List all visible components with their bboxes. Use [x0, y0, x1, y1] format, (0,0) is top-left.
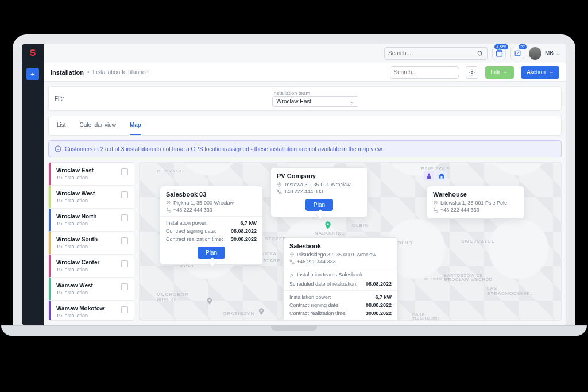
svg-point-5	[428, 174, 430, 175]
pin-icon	[289, 252, 295, 258]
list-item[interactable]: Warsaw Mokotow19 installation	[49, 301, 134, 321]
card-title: Salesbook 03	[166, 191, 257, 198]
avatar[interactable]	[529, 47, 541, 60]
list-icon	[548, 70, 554, 75]
filter-icon	[502, 70, 508, 75]
phone-icon	[433, 207, 438, 213]
phone-icon	[277, 189, 282, 194]
warehouse-markers	[424, 171, 447, 181]
checkbox[interactable]	[121, 214, 128, 221]
list-item[interactable]: Wroclaw West19 installation	[49, 186, 134, 209]
global-search[interactable]	[384, 47, 488, 60]
region-list[interactable]: Wroclaw East19 installationWroclaw West1…	[48, 162, 134, 321]
svg-point-0	[478, 51, 482, 55]
cart-badge: 4,555	[494, 44, 508, 49]
gear-icon	[469, 69, 475, 76]
card-title: PV Company	[277, 172, 362, 179]
card-warehouse: Warehouse Litewska 1, 35-001 Psie Pole +…	[427, 186, 524, 219]
filter-label: Filtr	[55, 95, 64, 102]
map[interactable]: PILCZYCE NADODRZE OŁBIN SZCZEPIN MUCHOBÓ…	[139, 162, 562, 321]
info-alert: Customers in 2 out of 3 installation do …	[48, 140, 562, 157]
card-salesbook03: Salesbook 03 Piękna 1, 35-000 Wroclaw +4…	[160, 186, 263, 265]
card-title: Salesbook	[289, 243, 392, 249]
filter-bar: Filtr Installation team Wroclaw East ⌄	[48, 86, 562, 111]
svg-point-14	[292, 253, 293, 255]
chevron-down-icon: ⌄	[350, 98, 354, 105]
user-initials: MB	[545, 50, 554, 56]
svg-point-11	[168, 202, 169, 203]
wrench-icon	[289, 272, 295, 278]
phone-icon	[289, 259, 295, 264]
map-pin-icon	[257, 306, 265, 318]
pin-icon	[277, 182, 282, 187]
checkbox[interactable]	[121, 237, 128, 244]
svg-point-8	[327, 223, 328, 225]
settings-button[interactable]	[466, 66, 478, 79]
page-search[interactable]	[390, 66, 459, 79]
checkbox[interactable]	[121, 260, 128, 267]
list-item[interactable]: Wroclaw Center19 installation	[49, 255, 134, 278]
plan-button[interactable]: Plan	[198, 247, 225, 259]
list-item[interactable]: Wroclaw South19 installation	[49, 232, 134, 255]
cart-button[interactable]: 4,555	[492, 47, 506, 60]
checkbox[interactable]	[121, 191, 128, 198]
topbar: 4,555 27 MB ⌄	[44, 44, 566, 63]
checkbox[interactable]	[121, 168, 128, 175]
list-item[interactable]: Wroclaw North19 installation	[49, 209, 134, 232]
view-tabs: List Calendar view Map	[48, 116, 562, 136]
tasks-badge: 27	[519, 44, 527, 49]
pin-icon	[433, 201, 438, 206]
tab-list[interactable]: List	[57, 116, 66, 135]
list-item[interactable]: Wroclaw East19 installation	[49, 163, 134, 186]
svg-point-3	[471, 71, 473, 73]
svg-point-12	[279, 183, 280, 185]
page-header: Installation • Installation to planned F…	[44, 63, 566, 82]
card-title: Warehouse	[433, 191, 518, 198]
action-button[interactable]: Akction	[521, 66, 559, 79]
card-pv-company: PV Company Testowa 30, 35-001 Wrocław +4…	[270, 167, 368, 217]
map-pin-icon[interactable]	[323, 219, 332, 232]
filter-button[interactable]: Filtr	[485, 66, 514, 79]
app-logo	[22, 44, 44, 63]
chevron-down-icon: ⌄	[556, 51, 560, 56]
svg-point-13	[435, 202, 436, 203]
card-salesbook: Salesbook Piłsudskiego 32, 35-0001 Wrocł…	[283, 237, 398, 321]
search-icon	[477, 50, 483, 57]
add-button[interactable]: +	[26, 68, 39, 80]
pin-icon	[166, 201, 171, 206]
checkbox[interactable]	[121, 283, 128, 290]
plan-button[interactable]: Plan	[305, 199, 333, 211]
page-search-input[interactable]	[394, 69, 467, 75]
person-icon	[424, 171, 434, 181]
checkbox[interactable]	[121, 306, 128, 313]
tab-calendar[interactable]: Calendar view	[80, 116, 116, 135]
info-icon	[55, 145, 61, 152]
warehouse-icon	[436, 171, 447, 181]
team-select[interactable]: Installation team Wroclaw East ⌄	[272, 90, 358, 107]
nav-rail: +	[22, 44, 44, 325]
breadcrumb: Installation to planned	[93, 69, 149, 75]
list-item[interactable]: Warsaw West19 installation	[49, 278, 134, 301]
global-search-input[interactable]	[388, 50, 477, 56]
page-title: Installation	[51, 69, 84, 76]
svg-rect-6	[441, 176, 443, 179]
phone-icon	[166, 207, 171, 213]
tasks-button[interactable]: 27	[510, 47, 524, 60]
user-menu[interactable]: MB ⌄	[545, 50, 560, 56]
tab-map[interactable]: Map	[130, 116, 141, 135]
map-pin-icon	[206, 296, 214, 308]
